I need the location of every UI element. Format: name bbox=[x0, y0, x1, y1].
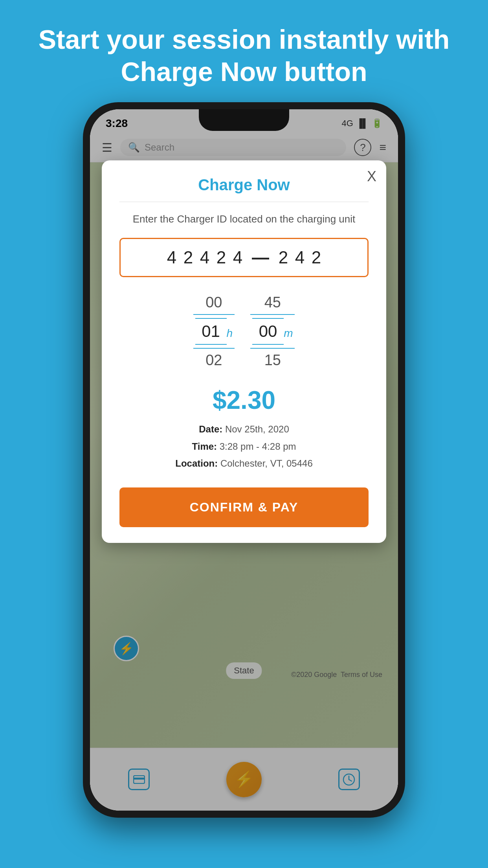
charger-id-part2: 2 4 2 bbox=[277, 248, 323, 267]
charger-digit-3: 4 bbox=[198, 248, 211, 267]
session-info: Date: Nov 25th, 2020 Time: 3:28 pm - 4:2… bbox=[119, 421, 369, 472]
minutes-below: 15 bbox=[257, 349, 288, 372]
charger-digit-6: 2 bbox=[277, 248, 290, 267]
phone-screen: 3:28 4G ▐▌ 🔋 ☰ 🔍 Search ? ≡ ⚡ ⚡ ⚡ ⚡ bbox=[90, 109, 398, 811]
minutes-column[interactable]: 45 00 m 15 bbox=[250, 291, 295, 372]
charge-now-modal: X Charge Now Enter the Charger ID locate… bbox=[102, 160, 386, 543]
charger-digit-2: 2 bbox=[182, 248, 194, 267]
minutes-above: 45 bbox=[257, 291, 288, 314]
page-header: Start your session instantly with Charge… bbox=[0, 0, 488, 103]
modal-title: Charge Now bbox=[119, 176, 369, 194]
charger-digit-1: 4 bbox=[165, 248, 178, 267]
time-picker[interactable]: 00 01 h 02 45 00 m 15 bbox=[119, 291, 369, 372]
modal-divider bbox=[119, 202, 369, 202]
charger-digit-8: 2 bbox=[310, 248, 323, 267]
hours-below: 02 bbox=[198, 349, 229, 372]
minutes-unit: m bbox=[284, 327, 293, 340]
hours-active-row: 01 h bbox=[193, 314, 235, 349]
session-date: Date: Nov 25th, 2020 bbox=[119, 421, 369, 438]
phone-shell: 3:28 4G ▐▌ 🔋 ☰ 🔍 Search ? ≡ ⚡ ⚡ ⚡ ⚡ bbox=[83, 102, 405, 818]
modal-close-button[interactable]: X bbox=[367, 168, 376, 185]
hours-unit: h bbox=[227, 327, 233, 340]
charger-digit-4: 2 bbox=[215, 248, 227, 267]
charger-id-part1: 4 2 4 2 4 bbox=[165, 248, 244, 267]
charger-id-input[interactable]: 4 2 4 2 4 — 2 4 2 bbox=[119, 238, 369, 277]
minutes-current: 00 bbox=[252, 318, 284, 345]
charger-digit-5: 4 bbox=[231, 248, 244, 267]
session-location: Location: Colchester, VT, 05446 bbox=[119, 455, 369, 472]
modal-subtitle: Enter the Charger ID located on the char… bbox=[119, 212, 369, 226]
hours-above: 00 bbox=[198, 291, 229, 314]
confirm-pay-button[interactable]: CONFIRM & PAY bbox=[119, 487, 369, 527]
minutes-active-row: 00 m bbox=[250, 314, 295, 349]
charger-digit-7: 4 bbox=[294, 248, 306, 267]
session-time: Time: 3:28 pm - 4:28 pm bbox=[119, 438, 369, 455]
charger-id-dash: — bbox=[252, 248, 269, 267]
session-price: $2.30 bbox=[119, 386, 369, 415]
hours-column[interactable]: 00 01 h 02 bbox=[193, 291, 235, 372]
hours-current: 01 bbox=[195, 318, 227, 345]
